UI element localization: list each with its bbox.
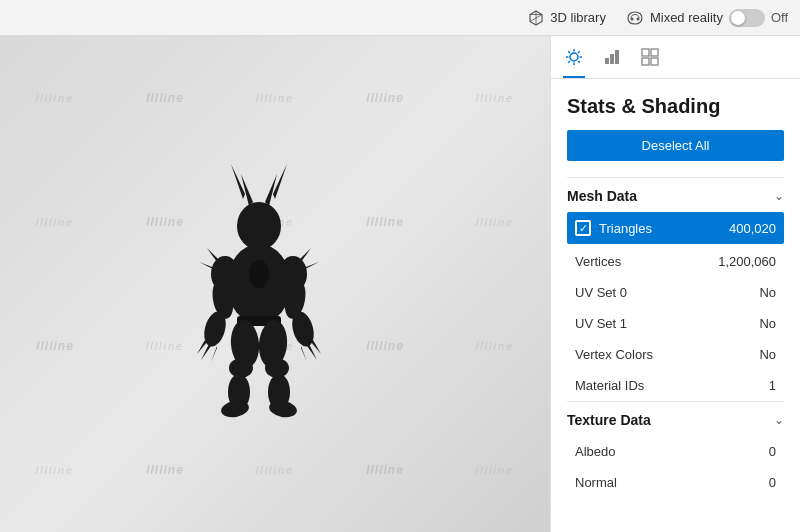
- svg-rect-44: [605, 58, 609, 64]
- mesh-data-chevron: ⌄: [774, 189, 784, 203]
- vertices-label: Vertices: [575, 254, 621, 269]
- triangles-label: Triangles: [599, 221, 652, 236]
- panel-tabs: [551, 36, 800, 79]
- mesh-data-title: Mesh Data: [567, 188, 637, 204]
- texture-data-chevron: ⌄: [774, 413, 784, 427]
- normal-label: Normal: [575, 475, 617, 490]
- texture-data-section-header[interactable]: Texture Data ⌄: [567, 401, 784, 436]
- svg-marker-14: [305, 262, 319, 269]
- texture-data-title: Texture Data: [567, 412, 651, 428]
- mixed-reality-switch[interactable]: [729, 9, 765, 27]
- svg-marker-24: [301, 346, 307, 362]
- albedo-row[interactable]: Albedo 0: [567, 436, 784, 467]
- svg-marker-11: [199, 262, 213, 269]
- svg-marker-13: [299, 248, 311, 262]
- svg-rect-47: [642, 49, 649, 56]
- svg-point-0: [630, 17, 633, 20]
- watermark: lllline: [110, 408, 220, 532]
- watermark: lllline: [330, 284, 440, 408]
- svg-line-42: [578, 51, 580, 53]
- vertices-value: 1,200,060: [718, 254, 776, 269]
- panel-content: Stats & Shading Deselect All Mesh Data ⌄…: [551, 79, 800, 532]
- watermark: lllline: [440, 284, 550, 408]
- grid-icon: [641, 48, 659, 66]
- svg-point-3: [237, 202, 281, 250]
- right-panel: Stats & Shading Deselect All Mesh Data ⌄…: [550, 36, 800, 532]
- panel-title: Stats & Shading: [567, 95, 784, 118]
- triangles-row[interactable]: Triangles 400,020: [567, 212, 784, 244]
- watermark: lllline: [110, 36, 220, 160]
- row-left: Triangles: [575, 220, 652, 236]
- watermark: lllline: [330, 408, 440, 532]
- cube-icon: [528, 10, 544, 26]
- vertex-colors-label: Vertex Colors: [575, 347, 653, 362]
- tab-shading[interactable]: [563, 44, 585, 78]
- material-ids-value: 1: [769, 378, 776, 393]
- deselect-all-button[interactable]: Deselect All: [567, 130, 784, 161]
- watermark: lllline: [440, 36, 550, 160]
- vertex-colors-row[interactable]: Vertex Colors No: [567, 339, 784, 370]
- material-ids-row[interactable]: Material IDs 1: [567, 370, 784, 401]
- watermark: lllline: [330, 160, 440, 284]
- watermark: lllline: [0, 160, 110, 284]
- uv-set-0-label: UV Set 0: [575, 285, 627, 300]
- uv-set-0-value: No: [759, 285, 776, 300]
- mixed-reality-label: Mixed reality: [650, 10, 723, 25]
- triangles-value: 400,020: [729, 221, 776, 236]
- library-label: 3D library: [550, 10, 606, 25]
- svg-rect-46: [615, 50, 619, 64]
- uv-set-1-row[interactable]: UV Set 1 No: [567, 308, 784, 339]
- mesh-data-section-header[interactable]: Mesh Data ⌄: [567, 177, 784, 212]
- svg-point-1: [636, 17, 639, 20]
- toggle-knob: [731, 11, 745, 25]
- watermark: lllline: [330, 36, 440, 160]
- watermark: lllline: [0, 284, 110, 408]
- tab-grid[interactable]: [639, 44, 661, 78]
- watermark: lllline: [440, 408, 550, 532]
- library-button[interactable]: 3D library: [528, 10, 606, 26]
- svg-marker-19: [211, 346, 217, 362]
- svg-rect-50: [651, 58, 658, 65]
- mixed-reality-icon: [626, 10, 644, 26]
- svg-point-34: [249, 260, 269, 288]
- svg-line-43: [568, 61, 570, 63]
- topbar: 3D library Mixed reality Off: [0, 0, 800, 36]
- uv-set-1-label: UV Set 1: [575, 316, 627, 331]
- watermark: lllline: [440, 160, 550, 284]
- sun-icon: [565, 48, 583, 66]
- mixed-reality-toggle[interactable]: Mixed reality Off: [626, 9, 788, 27]
- triangles-checkbox[interactable]: [575, 220, 591, 236]
- material-ids-label: Material IDs: [575, 378, 644, 393]
- watermark: lllline: [220, 36, 330, 160]
- albedo-value: 0: [769, 444, 776, 459]
- uv-set-1-value: No: [759, 316, 776, 331]
- svg-line-40: [568, 51, 570, 53]
- normal-row[interactable]: Normal 0: [567, 467, 784, 498]
- canvas-area[interactable]: lllline lllline lllline lllline lllline …: [0, 36, 550, 532]
- watermark: lllline: [0, 36, 110, 160]
- watermark: lllline: [0, 408, 110, 532]
- toggle-state-label: Off: [771, 10, 788, 25]
- svg-rect-45: [610, 54, 614, 64]
- svg-line-41: [578, 61, 580, 63]
- chart-icon: [603, 48, 621, 66]
- svg-point-35: [570, 53, 578, 61]
- svg-rect-49: [642, 58, 649, 65]
- albedo-label: Albedo: [575, 444, 615, 459]
- svg-rect-8: [251, 247, 267, 261]
- tab-stats[interactable]: [601, 44, 623, 78]
- svg-marker-10: [207, 248, 219, 262]
- main-area: lllline lllline lllline lllline lllline …: [0, 36, 800, 532]
- vertices-row[interactable]: Vertices 1,200,060: [567, 246, 784, 277]
- vertex-colors-value: No: [759, 347, 776, 362]
- normal-value: 0: [769, 475, 776, 490]
- watermark: lllline: [220, 408, 330, 532]
- uv-set-0-row[interactable]: UV Set 0 No: [567, 277, 784, 308]
- svg-rect-48: [651, 49, 658, 56]
- character-silhouette: [179, 144, 339, 424]
